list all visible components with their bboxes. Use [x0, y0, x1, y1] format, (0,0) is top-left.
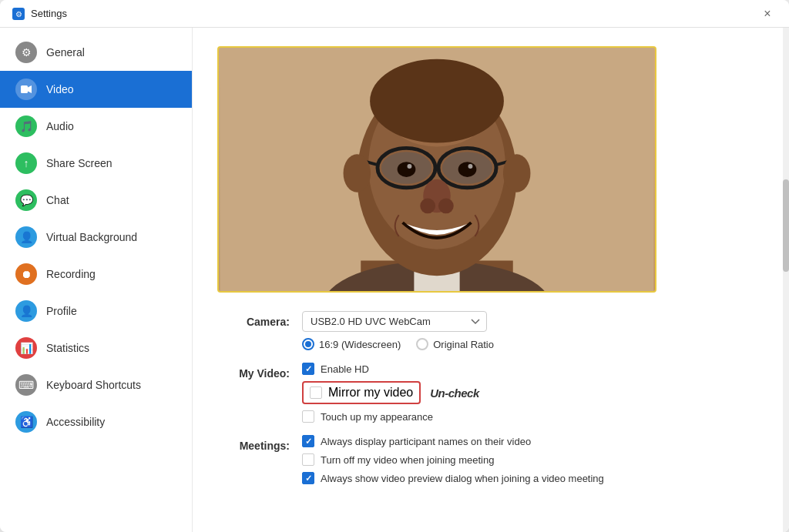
scrollbar-track [783, 28, 789, 532]
touch-up-row[interactable]: Touch up my appearance [302, 410, 764, 423]
sidebar-label-audio: Audio [46, 120, 74, 132]
statistics-icon: 📊 [15, 337, 37, 359]
audio-icon: 🎵 [15, 115, 37, 137]
svg-point-19 [398, 162, 416, 177]
accessibility-icon: ♿ [15, 411, 37, 433]
window-title: Settings [31, 8, 67, 19]
video-settings-form: Camera: USB2.0 HD UVC WebCam 16:9 (Wides… [217, 311, 764, 484]
sidebar-item-recording[interactable]: ⏺ Recording [0, 256, 192, 293]
meetings-option-2-label: Always show video preview dialog when jo… [321, 473, 604, 484]
sidebar-label-recording: Recording [46, 268, 96, 280]
camera-select[interactable]: USB2.0 HD UVC WebCam [302, 311, 487, 332]
meetings-option-0[interactable]: Always display participant names on thei… [302, 435, 764, 447]
camera-select-row: USB2.0 HD UVC WebCam [302, 311, 764, 332]
general-icon: ⚙ [15, 42, 37, 63]
radio-original[interactable] [416, 338, 428, 350]
virtual-background-icon: 👤 [15, 226, 37, 248]
sidebar-item-video[interactable]: Video [0, 71, 192, 108]
camera-row: Camera: USB2.0 HD UVC WebCam 16:9 (Wides… [217, 311, 764, 350]
my-video-label: My Video: [217, 363, 302, 380]
sidebar-item-audio[interactable]: 🎵 Audio [0, 108, 192, 145]
sidebar-label-virtual-background: Virtual Background [46, 231, 137, 243]
enable-hd-row[interactable]: Enable HD [302, 363, 764, 375]
svg-rect-2 [21, 85, 28, 93]
mirror-annotation: Un-check [430, 386, 479, 400]
meetings-option-0-label: Always display participant names on thei… [321, 436, 531, 447]
radio-widescreen[interactable] [302, 338, 314, 350]
settings-window: ⚙ Settings × ⚙ General Video [0, 0, 789, 532]
meetings-checkbox-1[interactable] [302, 453, 314, 466]
sidebar-label-profile: Profile [46, 305, 77, 317]
preview-face [219, 48, 655, 291]
app-icon: ⚙ [12, 8, 25, 20]
meetings-checkbox-0[interactable] [302, 435, 314, 447]
content-area: ⚙ General Video 🎵 Audio ↑ [0, 28, 789, 532]
sidebar-item-accessibility[interactable]: ♿ Accessibility [0, 403, 192, 440]
ratio-original-label: Original Ratio [433, 339, 494, 350]
sidebar-item-keyboard-shortcuts[interactable]: ⌨ Keyboard Shortcuts [0, 366, 192, 403]
svg-point-21 [407, 164, 411, 169]
my-video-controls: Enable HD Mirror my video Un-check [302, 363, 764, 423]
camera-controls: USB2.0 HD UVC WebCam 16:9 (Widescreen) O… [302, 311, 764, 350]
touch-up-checkbox[interactable] [302, 410, 314, 423]
share-screen-icon: ↑ [15, 152, 37, 174]
meetings-controls: Always display participant names on thei… [302, 435, 764, 484]
meetings-checkbox-2[interactable] [302, 472, 314, 484]
mirror-video-wrapper: Mirror my video Un-check [302, 381, 764, 404]
ratio-original[interactable]: Original Ratio [416, 338, 494, 350]
svg-point-25 [438, 199, 454, 214]
sidebar-item-chat[interactable]: 💬 Chat [0, 182, 192, 219]
meetings-option-1[interactable]: Turn off my video when joining meeting [302, 453, 764, 466]
sidebar-item-statistics[interactable]: 📊 Statistics [0, 330, 192, 366]
video-preview [217, 46, 656, 293]
keyboard-shortcuts-icon: ⌨ [15, 374, 37, 396]
sidebar-label-statistics: Statistics [46, 342, 89, 354]
title-bar: ⚙ Settings × [0, 0, 789, 28]
ratio-row: 16:9 (Widescreen) Original Ratio [302, 338, 764, 350]
meetings-row: Meetings: Always display participant nam… [217, 435, 764, 484]
mirror-video-label: Mirror my video [328, 386, 413, 400]
sidebar: ⚙ General Video 🎵 Audio ↑ [0, 28, 193, 532]
svg-point-20 [458, 162, 477, 177]
sidebar-label-accessibility: Accessibility [46, 416, 105, 428]
svg-point-26 [344, 154, 371, 192]
enable-hd-label: Enable HD [321, 363, 369, 375]
recording-icon: ⏺ [15, 263, 37, 285]
sidebar-item-virtual-background[interactable]: 👤 Virtual Background [0, 219, 192, 256]
svg-marker-3 [28, 85, 32, 93]
meetings-label: Meetings: [217, 435, 302, 452]
close-button[interactable]: × [758, 5, 777, 23]
touch-up-label: Touch up my appearance [321, 411, 433, 423]
meetings-option-1-label: Turn off my video when joining meeting [321, 454, 494, 466]
title-bar-left: ⚙ Settings [12, 8, 67, 20]
svg-point-24 [420, 199, 435, 214]
main-content: Camera: USB2.0 HD UVC WebCam 16:9 (Wides… [193, 28, 789, 532]
ratio-widescreen[interactable]: 16:9 (Widescreen) [302, 338, 401, 350]
profile-icon: 👤 [15, 300, 37, 322]
svg-text:⚙: ⚙ [15, 10, 22, 18]
svg-point-28 [370, 59, 504, 143]
scrollbar-thumb[interactable] [783, 179, 789, 272]
sidebar-label-keyboard-shortcuts: Keyboard Shortcuts [46, 379, 141, 391]
video-icon [15, 79, 37, 100]
mirror-highlight-box: Mirror my video [302, 381, 421, 404]
svg-point-27 [503, 154, 531, 192]
chat-icon: 💬 [15, 189, 37, 211]
sidebar-item-general[interactable]: ⚙ General [0, 34, 192, 71]
sidebar-label-general: General [46, 46, 85, 59]
sidebar-label-video: Video [46, 83, 74, 95]
ratio-widescreen-label: 16:9 (Widescreen) [319, 339, 401, 350]
mirror-video-checkbox[interactable] [310, 386, 322, 399]
meetings-option-2[interactable]: Always show video preview dialog when jo… [302, 472, 764, 484]
sidebar-label-share-screen: Share Screen [46, 157, 112, 169]
sidebar-label-chat: Chat [46, 194, 69, 206]
my-video-row: My Video: Enable HD Mirror my video [217, 363, 764, 423]
sidebar-item-profile[interactable]: 👤 Profile [0, 293, 192, 330]
camera-label: Camera: [217, 311, 302, 328]
enable-hd-checkbox[interactable] [302, 363, 314, 375]
svg-point-22 [468, 164, 472, 169]
sidebar-item-share-screen[interactable]: ↑ Share Screen [0, 145, 192, 182]
